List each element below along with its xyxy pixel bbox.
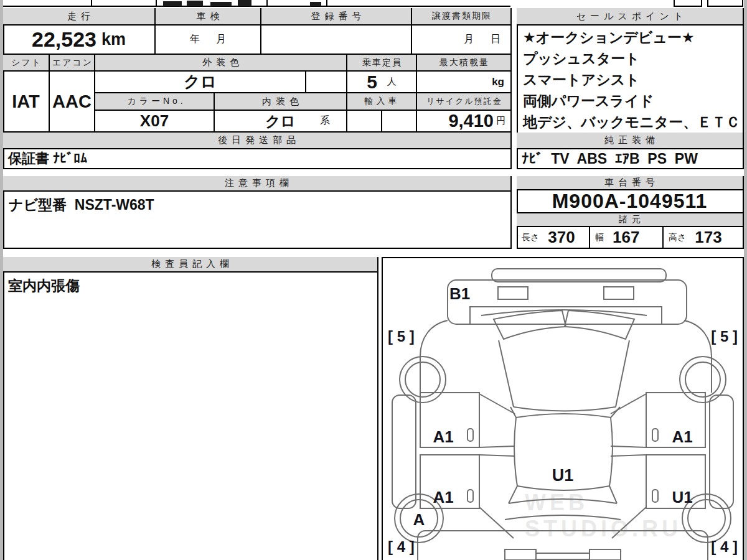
dim-length-label: 長さ bbox=[522, 232, 539, 243]
waistline-left-2 bbox=[479, 455, 515, 456]
capacity-unit: 人 bbox=[387, 76, 397, 88]
recycle-header-label: リサイクル預託金 bbox=[426, 96, 502, 107]
import-header: 輸入車 bbox=[347, 93, 417, 111]
later-parts-header: 後日発送部品 bbox=[3, 133, 512, 149]
mark-tire-front-right: [ 5 ] bbox=[711, 328, 738, 345]
door-handle-front-left bbox=[467, 429, 473, 441]
wheel-front-right-inner bbox=[685, 362, 720, 397]
dim-width-label: 幅 bbox=[595, 232, 604, 243]
shaken-cell: 年 月 bbox=[156, 26, 261, 55]
chassis-cell: M900A-1049511 bbox=[517, 190, 744, 213]
apillar-left bbox=[479, 394, 515, 414]
shift-header: シフト bbox=[3, 55, 50, 72]
inspector-header-label: 検査員記入欄 bbox=[151, 258, 233, 270]
pillar-right bbox=[611, 407, 620, 418]
shift-cell: IAT bbox=[3, 72, 50, 133]
exterior-value: クロ bbox=[184, 71, 217, 93]
mileage-cell: 22,523 km bbox=[3, 26, 156, 55]
sales-line: 両側パワースライド bbox=[519, 90, 742, 111]
mileage-header-label: 走行 bbox=[67, 11, 95, 22]
recycle-value: 9,410 bbox=[448, 111, 494, 131]
sales-lines: ★オークションデビュー★ プッシュスタート スマートアシスト 両側パワースライド… bbox=[519, 27, 742, 131]
dim-width-cell: 幅 167 bbox=[590, 227, 664, 249]
exterior-header-label: 外装色 bbox=[202, 57, 243, 68]
sales-header-label: セールスポイント bbox=[576, 11, 687, 22]
windshield-side-left bbox=[499, 340, 514, 407]
watermark: WEB STUDIO.RU bbox=[525, 490, 743, 542]
mark-door-front-left: A1 bbox=[433, 427, 453, 446]
import-cell-2 bbox=[382, 111, 417, 133]
interior-value: クロ bbox=[265, 111, 296, 131]
top-cut-cell bbox=[707, 0, 743, 7]
waistline-left-1 bbox=[479, 446, 515, 447]
sales-header: セールスポイント bbox=[517, 8, 744, 26]
roof-side-right bbox=[609, 418, 613, 486]
top-cut-cell bbox=[674, 0, 702, 7]
divider bbox=[91, 0, 92, 7]
dim-width-value: 167 bbox=[613, 228, 639, 247]
capacity-cell: 5 人 bbox=[347, 72, 417, 93]
interior-header: 内装色 bbox=[215, 93, 347, 111]
sales-line: ★オークションデビュー★ bbox=[519, 27, 742, 48]
interior-cell: クロ 系 bbox=[215, 111, 347, 133]
mark-tire-rear-left: [ 4 ] bbox=[388, 538, 415, 555]
door-handle-rear-left bbox=[467, 490, 473, 502]
rear-pillar-left bbox=[509, 486, 517, 503]
colorno-header: カラーNo. bbox=[95, 93, 215, 111]
waistline-right-2 bbox=[611, 455, 646, 456]
mileage-value: 22,523 bbox=[32, 27, 96, 52]
glyph-fragment bbox=[187, 1, 203, 6]
inspector-value-wrap: 室内内張傷 bbox=[8, 276, 80, 296]
mark-center: U1 bbox=[552, 466, 574, 485]
cowl-arc bbox=[481, 310, 647, 315]
exterior-extra-cell bbox=[306, 72, 347, 93]
aircon-cell: AAC bbox=[50, 72, 95, 133]
sales-line: 地デジ、バックモニター、ＥＴＣ bbox=[519, 111, 742, 133]
maxload-header: 最大積載量 bbox=[417, 55, 512, 72]
door-handle-front-right bbox=[652, 429, 658, 441]
exterior-header: 外装色 bbox=[95, 55, 347, 72]
shaken-header: 車検 bbox=[156, 8, 261, 26]
glyph-fragment bbox=[238, 0, 251, 6]
aircon-header-label: エアコン bbox=[52, 57, 93, 68]
glyph-fragment bbox=[310, 2, 321, 6]
colorno-value: X07 bbox=[140, 111, 169, 131]
inspector-box bbox=[3, 257, 378, 560]
capacity-header-label: 乗車定員 bbox=[362, 57, 402, 68]
sales-line: スマートアシスト bbox=[519, 69, 742, 90]
maxload-cell: kg bbox=[417, 72, 512, 93]
dim-height-value: 173 bbox=[695, 228, 721, 247]
dim-height-cell: 高さ 173 bbox=[664, 227, 744, 249]
shift-value: IAT bbox=[12, 91, 40, 112]
dims-header: 諸元 bbox=[517, 213, 744, 227]
mark-tire-front-left: [ 5 ] bbox=[388, 328, 415, 345]
genuine-header-label: 純正装備 bbox=[604, 134, 659, 146]
mileage-header: 走行 bbox=[3, 8, 156, 26]
interior-header-label: 内装色 bbox=[262, 96, 303, 108]
mark-front-bumper: B1 bbox=[449, 284, 470, 303]
mark-door-rear-left: A1 bbox=[433, 488, 453, 506]
mark-wheel-rear-left: A bbox=[413, 510, 425, 529]
chassis-value: M900A-1049511 bbox=[552, 190, 708, 213]
notes-value-wrap: ナビ型番 NSZT-W68T bbox=[9, 195, 154, 215]
divider bbox=[156, 0, 157, 7]
right-margin bbox=[744, 0, 747, 560]
transfer-header: 譲渡書類期限 bbox=[412, 8, 512, 26]
taillight-right bbox=[590, 549, 621, 560]
roof-side-left bbox=[514, 418, 517, 486]
notes-header: 注意事項欄 bbox=[3, 176, 512, 192]
aircon-header: エアコン bbox=[50, 55, 95, 72]
chassis-header-label: 車台番号 bbox=[604, 177, 659, 189]
aircon-value: AAC bbox=[52, 91, 92, 112]
shaken-header-label: 車検 bbox=[197, 11, 224, 22]
windshield-side-right bbox=[616, 340, 629, 407]
exterior-cell: クロ bbox=[95, 72, 306, 93]
recycle-header: リサイクル預託金 bbox=[417, 93, 512, 111]
taillight-left bbox=[505, 549, 536, 560]
divider bbox=[326, 0, 327, 7]
import-header-label: 輸入車 bbox=[365, 96, 400, 107]
dim-length-cell: 長さ 370 bbox=[517, 227, 590, 249]
wheel-front-left-inner bbox=[405, 362, 440, 397]
recycle-unit: 円 bbox=[496, 115, 505, 127]
maxload-unit: kg bbox=[492, 76, 504, 88]
